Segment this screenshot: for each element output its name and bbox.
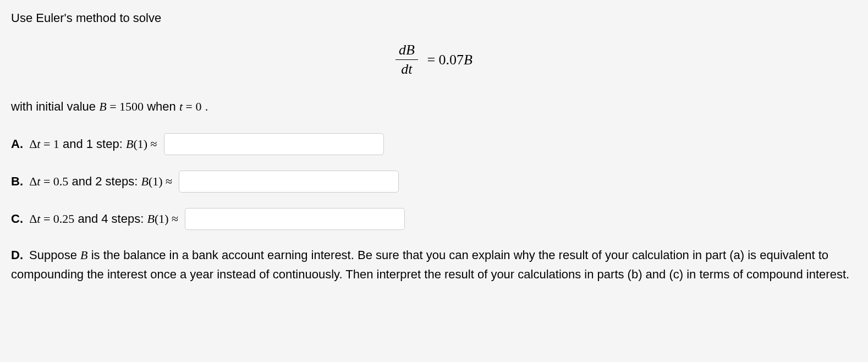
numerator: dB xyxy=(395,42,418,60)
part-b: B. Δt = 0.5 and 2 steps: B(1) ≈ xyxy=(11,171,857,193)
part-c: C. Δt = 0.25 and 4 steps: B(1) ≈ xyxy=(11,208,857,230)
denominator: dt xyxy=(395,60,418,78)
answer-input-b[interactable] xyxy=(179,171,399,193)
initial-condition: with initial value B = 1500 when t = 0 . xyxy=(11,100,857,114)
problem-intro: Use Euler's method to solve xyxy=(11,11,857,25)
part-d: D. Suppose B is the balance in a bank ac… xyxy=(11,245,857,284)
part-a: A. Δt = 1 and 1 step: B(1) ≈ xyxy=(11,133,857,155)
fraction: dB dt xyxy=(395,42,418,78)
part-b-label: B. xyxy=(11,174,23,188)
part-a-label: A. xyxy=(11,137,23,151)
equation-rhs: = 0.07B xyxy=(427,52,473,68)
part-c-label: C. xyxy=(11,212,23,226)
answer-input-a[interactable] xyxy=(164,133,384,155)
part-d-label: D. xyxy=(11,248,23,262)
differential-equation: dB dt = 0.07B xyxy=(11,42,857,78)
answer-input-c[interactable] xyxy=(185,208,405,230)
